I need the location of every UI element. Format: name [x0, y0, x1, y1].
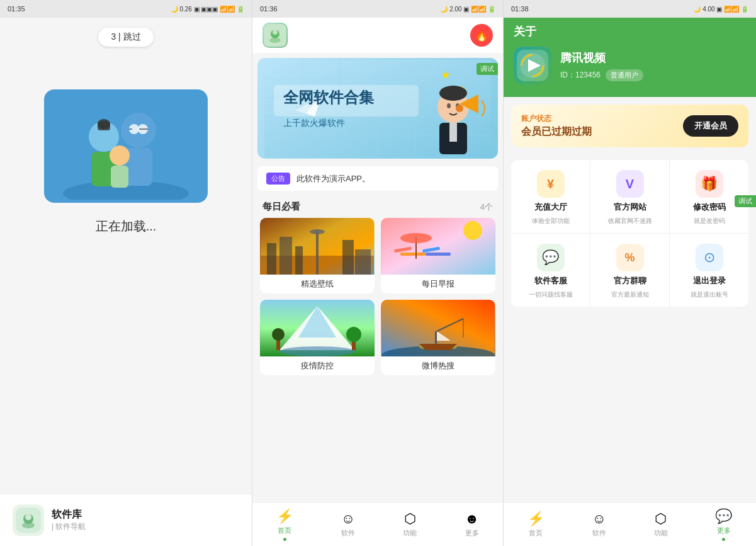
func-name-service: 软件客服 — [534, 275, 567, 287]
nav3-active-dot — [722, 538, 725, 541]
app-icon-small — [13, 504, 44, 536]
grid-label-weibo: 微博热搜 — [381, 356, 495, 375]
panel-loading: 01:35 🌙 0.26 ▣ ▣▣▣ 📶📶 🔋 3 | 跳过 — [0, 0, 252, 546]
debug-badge-2[interactable]: 调试 — [477, 63, 498, 75]
group-icon: % — [616, 244, 644, 271]
svg-point-46 — [456, 105, 463, 112]
svg-point-20 — [273, 30, 278, 35]
section-count: 4个 — [480, 202, 493, 213]
func-name-recharge: 充值大厅 — [534, 202, 567, 213]
member-info: 账户状态 会员已过期过期 — [521, 113, 592, 139]
nav3-software-label: 软件 — [592, 528, 606, 538]
svg-point-71 — [272, 328, 285, 341]
func-item-service[interactable]: 💬 软件客服 一切问题找客服 — [511, 234, 590, 307]
more-icon: ☻ — [465, 511, 479, 527]
func-item-group[interactable]: % 官方群聊 官方最新通知 — [590, 234, 669, 307]
logout-icon: ⊙ — [696, 244, 723, 271]
nav3-function-label: 功能 — [654, 528, 668, 538]
grid-item-weibo[interactable]: 微博热搜 — [381, 300, 495, 375]
nav-function-label: 功能 — [403, 528, 417, 538]
svg-point-40 — [447, 103, 451, 108]
svg-rect-57 — [400, 253, 426, 256]
func-desc-website: 收藏官网不迷路 — [608, 217, 652, 225]
svg-point-62 — [400, 233, 432, 243]
content-grid: 精选壁纸 — [252, 218, 503, 375]
svg-rect-51 — [295, 246, 303, 275]
loading-text: 正在加载... — [0, 218, 252, 235]
func-item-website[interactable]: V 官方网站 收藏官网不迷路 — [590, 160, 669, 233]
grid-item-wallpaper[interactable]: 精选壁纸 — [260, 218, 375, 293]
recharge-icon: ¥ — [537, 170, 565, 198]
bottom-bar-1: 软件库 | 软件导航 — [0, 494, 252, 546]
svg-point-21 — [269, 38, 281, 43]
thumb-morning — [381, 218, 495, 275]
software3-icon: ☺ — [592, 511, 606, 527]
home-icon: ⚡ — [276, 508, 293, 525]
skip-button[interactable]: 3 | 跳过 — [98, 28, 153, 47]
grid-label-covid: 疫情防控 — [260, 356, 375, 375]
svg-rect-76 — [435, 331, 437, 344]
announcement-badge: 公告 — [266, 173, 290, 185]
svg-point-16 — [25, 514, 31, 520]
nav-software-label: 软件 — [341, 528, 355, 538]
open-member-button[interactable]: 开通会员 — [683, 115, 738, 137]
nav3-software[interactable]: ☺ 软件 — [592, 511, 606, 538]
debug-badge-3[interactable]: 调试 — [735, 195, 756, 207]
more3-icon: 💬 — [715, 508, 732, 525]
func-name-website: 官方网站 — [614, 202, 646, 213]
nav-software[interactable]: ☺ 软件 — [341, 511, 355, 538]
grid-item-covid[interactable]: 疫情防控 — [260, 300, 375, 375]
function3-icon: ⬡ — [655, 511, 667, 527]
grid-label-wallpaper: 精选壁纸 — [260, 275, 375, 293]
nav-more-label: 更多 — [465, 528, 479, 538]
thumb-wallpaper — [260, 218, 375, 275]
status-bar-1: 01:35 🌙 0.26 ▣ ▣▣▣ 📶📶 🔋 — [0, 0, 252, 18]
time-1: 01:35 — [8, 5, 25, 13]
panel-home: 01:36 🌙 2.00 ▣ 📶📶 🔋 🔥 — [252, 0, 504, 546]
user-id: ID：123456 — [560, 70, 601, 81]
nav-function[interactable]: ⬡ 功能 — [403, 511, 417, 538]
app-profile-meta: ID：123456 普通用户 — [560, 69, 746, 81]
svg-rect-10 — [98, 122, 110, 130]
svg-point-69 — [346, 327, 361, 342]
func-item-recharge[interactable]: ¥ 充值大厅 体验全部功能 — [511, 160, 590, 233]
nav3-more[interactable]: 💬 更多 — [715, 508, 732, 541]
status-bar-2: 01:36 🌙 2.00 ▣ 📶📶 🔋 — [252, 0, 503, 18]
svg-rect-5 — [129, 128, 132, 130]
thumb-covid — [260, 300, 375, 356]
banner[interactable]: ★ ✦ 全网软件合集 上千款火爆软件 — [257, 58, 498, 159]
service-icon: 💬 — [537, 244, 565, 271]
member-desc: 会员已过期过期 — [521, 125, 592, 139]
nav3-more-label: 更多 — [717, 526, 731, 535]
nav-more[interactable]: ☻ 更多 — [465, 511, 479, 538]
svg-point-17 — [22, 522, 35, 528]
nav-active-dot — [283, 538, 286, 541]
time-3: 01:38 — [511, 5, 529, 13]
home3-icon: ⚡ — [528, 511, 544, 527]
panel-about: 01:38 🌙 4.00 ▣ 📶📶 🔋 关于 腾讯视频 — [504, 0, 756, 546]
grid-label-morning: 每日早报 — [381, 275, 495, 293]
fire-button[interactable]: 🔥 — [470, 24, 493, 47]
nav3-function[interactable]: ⬡ 功能 — [654, 511, 668, 538]
svg-point-42 — [439, 86, 467, 101]
svg-point-55 — [310, 229, 325, 234]
website-icon: V — [616, 170, 644, 198]
membership-card[interactable]: 账户状态 会员已过期过期 开通会员 — [511, 105, 748, 147]
nav3-home[interactable]: ⚡ 首页 — [528, 511, 544, 538]
announcement: 公告 此软件为演示APP。 — [257, 166, 498, 191]
func-item-logout[interactable]: ⊙ 退出登录 就是退出账号 — [670, 234, 748, 307]
grid-item-morning[interactable]: 每日早报 — [381, 218, 495, 293]
bottom-nav-3: ⚡ 首页 ☺ 软件 ⬡ 功能 💬 更多 — [504, 502, 756, 546]
svg-text:★: ★ — [441, 69, 451, 81]
skip-bar: 3 | 跳过 — [0, 18, 252, 52]
svg-rect-50 — [279, 237, 292, 275]
loading-image — [44, 89, 208, 203]
func-desc-password: 就是改密码 — [694, 217, 725, 225]
password-icon: 🎁 — [696, 170, 723, 198]
tencent-video-icon — [514, 47, 551, 84]
nav-home[interactable]: ⚡ 首页 — [276, 508, 293, 541]
svg-marker-75 — [419, 344, 457, 350]
about-title: 关于 — [514, 24, 746, 39]
svg-rect-49 — [267, 243, 276, 275]
app-logo — [262, 23, 288, 48]
